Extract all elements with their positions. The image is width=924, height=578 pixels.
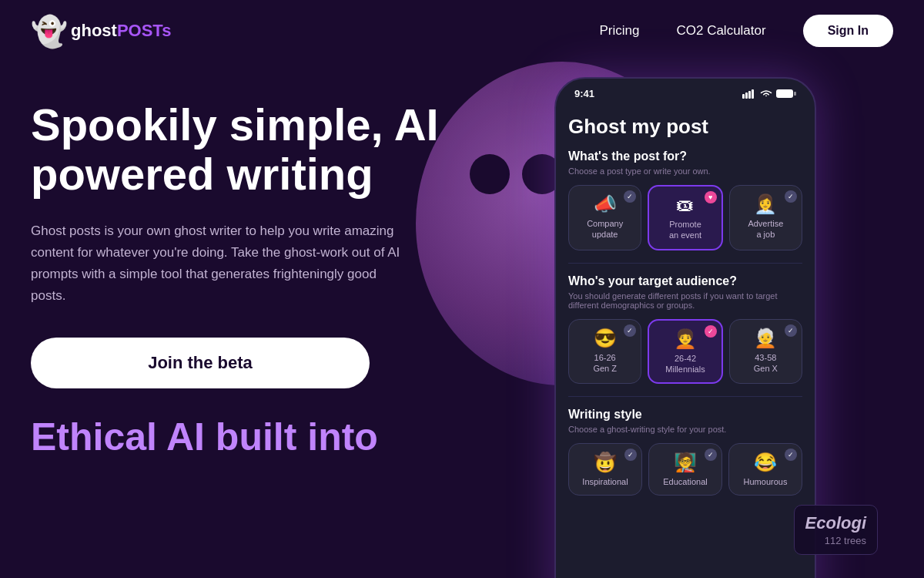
writing-title: Writing style xyxy=(568,408,802,422)
ecologi-name: Ecologi xyxy=(805,513,866,533)
phone-status-bar: 9:41 xyxy=(556,79,815,106)
svg-rect-5 xyxy=(776,89,793,98)
check-genz: ✓ xyxy=(624,324,636,337)
label-inspirational: Inspirational xyxy=(575,476,635,487)
audience-sub: You should generate different posts if y… xyxy=(568,291,802,310)
label-educational: Educational xyxy=(655,476,715,487)
check-millennials: ✓ xyxy=(705,325,717,338)
ghost-eyes xyxy=(470,154,562,194)
post-type-cards: ✓ 📣 Companyupdate ♥ 🎟 Promotean event ✓ … xyxy=(568,185,802,250)
phone-content: Ghost my post What's the post for? Choos… xyxy=(556,106,815,517)
check-genx: ✓ xyxy=(785,324,797,337)
svg-rect-3 xyxy=(748,91,751,99)
svg-rect-6 xyxy=(794,92,796,96)
post-type-sub: Choose a post type or write your own. xyxy=(568,166,802,176)
ecologi-badge: Ecologi 112 trees xyxy=(794,505,878,555)
hero-section: Spookily simple, AI powered writing Ghos… xyxy=(0,62,924,578)
card-promote-event[interactable]: ♥ 🎟 Promotean event xyxy=(648,185,722,250)
writing-cards: ✓ 🤠 Inspirational ✓ 🧑‍🏫 Educational ✓ 😂 … xyxy=(568,443,802,496)
co2-calculator-link[interactable]: CO2 Calculator xyxy=(676,23,765,39)
signin-button[interactable]: Sign In xyxy=(803,15,893,47)
wifi-icon xyxy=(760,89,772,99)
hero-left: Spookily simple, AI powered writing Ghos… xyxy=(31,77,462,578)
phone-main-title: Ghost my post xyxy=(568,115,802,139)
card-inspirational[interactable]: ✓ 🤠 Inspirational xyxy=(568,443,642,496)
hero-right: 9:41 xyxy=(462,77,893,578)
card-gen-z[interactable]: ✓ 😎 16-26Gen Z xyxy=(568,319,641,385)
signal-icon xyxy=(742,89,756,99)
post-type-title: What's the post for? xyxy=(568,150,802,163)
divider-1 xyxy=(568,263,802,264)
card-humourous[interactable]: ✓ 😂 Humourous xyxy=(728,443,802,496)
card-company-update[interactable]: ✓ 📣 Companyupdate xyxy=(568,185,641,250)
ghost-eye-left xyxy=(470,154,510,194)
logo: 👻 ghostPOSTs xyxy=(31,12,171,49)
label-millennials: 26-42Millennials xyxy=(655,353,715,375)
ecologi-trees: 112 trees xyxy=(805,535,866,546)
logo-ghost-text: ghost xyxy=(71,21,117,40)
card-millennials[interactable]: ✓ 🧑‍🦱 26-42Millennials xyxy=(648,319,722,385)
logo-posts-text: POSTs xyxy=(117,21,172,40)
svg-text:👻: 👻 xyxy=(31,14,68,49)
status-icons xyxy=(742,89,796,99)
label-company: Companyupdate xyxy=(575,218,634,240)
writing-sub: Choose a ghost-writing style for your po… xyxy=(568,425,802,434)
phone-mockup: 9:41 xyxy=(554,77,816,578)
card-educational[interactable]: ✓ 🧑‍🏫 Educational xyxy=(648,443,722,496)
svg-rect-4 xyxy=(752,89,754,99)
audience-title: Who's your target audience? xyxy=(568,274,802,288)
hero-description: Ghost posts is your own ghost writer to … xyxy=(31,220,400,307)
svg-rect-1 xyxy=(742,94,745,99)
check-event: ♥ xyxy=(705,191,717,203)
divider-2 xyxy=(568,396,802,397)
join-beta-button[interactable]: Join the beta xyxy=(31,338,370,388)
nav-links: Pricing CO2 Calculator Sign In xyxy=(599,15,893,47)
card-gen-x[interactable]: ✓ 🧑‍🦳 43-58Gen X xyxy=(729,319,802,385)
label-job: Advertisea job xyxy=(736,218,795,240)
ghost-logo-icon: 👻 xyxy=(31,12,68,49)
label-genx: 43-58Gen X xyxy=(736,352,795,375)
label-genz: 16-26Gen Z xyxy=(575,352,634,375)
hero-title: Spookily simple, AI powered writing xyxy=(31,100,462,199)
label-humourous: Humourous xyxy=(735,476,795,487)
svg-rect-2 xyxy=(745,92,748,99)
card-advertise-job[interactable]: ✓ 👩‍💼 Advertisea job xyxy=(729,185,802,250)
label-event: Promotean event xyxy=(655,219,715,241)
pricing-link[interactable]: Pricing xyxy=(599,23,639,39)
phone-time: 9:41 xyxy=(574,88,594,99)
check-job: ✓ xyxy=(785,190,797,203)
audience-cards: ✓ 😎 16-26Gen Z ✓ 🧑‍🦱 26-42Millennials ✓ … xyxy=(568,319,802,385)
navbar: 👻 ghostPOSTs Pricing CO2 Calculator Sign… xyxy=(0,0,924,62)
battery-icon xyxy=(776,89,796,99)
ethical-title: Ethical AI built into xyxy=(31,416,462,459)
